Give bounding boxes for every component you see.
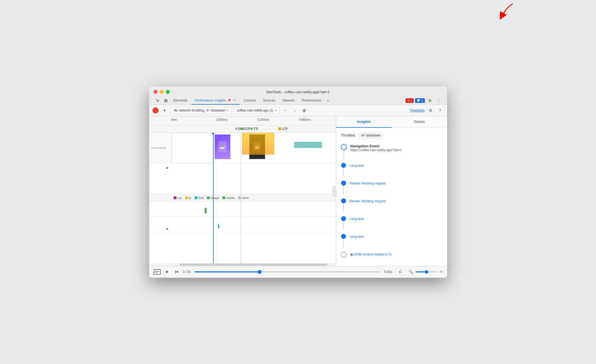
settings-gear-icon[interactable]: ⚙ — [427, 107, 434, 114]
longtask1-line — [343, 168, 344, 176]
time-ruler: 0ms 1,600ms 3,200ms 4,800ms — [149, 116, 336, 125]
throttle-badge: 4× slowdown — [358, 132, 384, 138]
clear-icon[interactable]: 🗑 — [301, 107, 308, 114]
render1-node — [341, 181, 346, 194]
tab-insights[interactable]: Insights — [336, 116, 392, 128]
maximize-button[interactable] — [166, 90, 170, 94]
more-options-icon[interactable]: ⋮ — [435, 97, 443, 105]
longtask2-circle — [341, 216, 346, 221]
tab-performance-label: Performance — [302, 98, 321, 102]
dom-link[interactable]: DOM content loaded 0.7s — [354, 252, 392, 256]
record-dropdown-icon[interactable]: ▾ — [161, 107, 169, 114]
render2-link[interactable]: Render blocking request — [350, 199, 386, 203]
render1-link[interactable]: Render blocking request — [350, 181, 386, 185]
close-button[interactable] — [154, 90, 157, 94]
expand-arrow-1[interactable]: ▶ — [166, 166, 169, 169]
font-color — [195, 196, 197, 199]
screenshot-thumb-1[interactable]: ☕ — [214, 134, 231, 159]
chevron-down-icon: ▾ — [227, 109, 229, 112]
network-row-2 — [149, 217, 336, 232]
target-label: coffee-cart.netlify.app (1) — [237, 108, 274, 112]
tab-elements[interactable]: Elements — [170, 97, 191, 105]
screenshot-track: Screenshots ☕ — [149, 133, 336, 163]
screenshot-track-label: Screenshots — [149, 133, 171, 163]
longtask1-link[interactable]: Long task — [350, 164, 364, 168]
legend-image-label: image — [211, 196, 219, 199]
help-icon[interactable]: ? — [437, 107, 444, 114]
panel-toggle[interactable]: › — [332, 186, 336, 196]
legend-css-label: css — [177, 196, 182, 199]
lcp-block — [242, 133, 274, 155]
longtask2-link[interactable]: Long task — [350, 217, 364, 221]
tab-sources[interactable]: Sources — [260, 97, 279, 105]
tab-network[interactable]: Network — [279, 97, 298, 105]
image-color — [207, 196, 210, 199]
upload-icon[interactable]: ↑ — [282, 107, 289, 114]
zoom-in-icon[interactable]: + — [440, 269, 442, 274]
tab-performance-insights[interactable]: Performance insights 📌 ✕ — [191, 97, 240, 105]
traffic-lights — [154, 90, 170, 94]
minimize-button[interactable] — [160, 90, 164, 94]
legend-css: css — [174, 196, 182, 199]
play-button[interactable] — [164, 269, 170, 275]
tab-console[interactable]: Console — [240, 97, 259, 105]
h-scrollbar-thumb[interactable] — [179, 264, 327, 266]
tab-close-icon[interactable]: ✕ — [232, 98, 236, 102]
target-dropdown[interactable]: coffee-cart.netlify.app (1) ▾ — [234, 107, 280, 114]
render1-circle — [341, 181, 346, 186]
tab-elements-label: Elements — [174, 98, 187, 102]
tab-performance[interactable]: Performance — [299, 97, 324, 105]
js-color — [185, 196, 188, 199]
playhead-marker — [213, 133, 214, 263]
cursor-icon[interactable] — [154, 97, 161, 105]
legend-media: media — [222, 196, 235, 199]
fcp-marker: FCP — [241, 127, 251, 130]
expand-arrow-2[interactable]: ▶ — [166, 227, 169, 230]
download-icon[interactable]: ↓ — [291, 107, 299, 114]
zoom-thumb[interactable] — [425, 270, 428, 274]
playhead-slider[interactable] — [194, 271, 381, 272]
milestone-bar: DCL FCP TTI LCP — [149, 125, 336, 133]
main-area: 0ms 1,600ms 3,200ms 4,800ms — [149, 116, 447, 266]
inspect-icon[interactable] — [162, 97, 170, 105]
feedback-link[interactable]: Feedback — [410, 108, 425, 112]
tab-details[interactable]: Details — [392, 116, 447, 128]
zoom-slider[interactable] — [415, 271, 438, 272]
tab-bar-left: Elements Performance insights 📌 ✕ Consol… — [154, 97, 331, 105]
zoom-out-icon[interactable]: 🔍 — [409, 270, 413, 274]
longtask3-link[interactable]: Long task — [350, 235, 364, 239]
dashed-line — [241, 133, 241, 263]
pin-icon: 📌 — [227, 98, 231, 102]
css-color — [174, 196, 176, 199]
tab-bar: Elements Performance insights 📌 ✕ Consol… — [154, 97, 443, 105]
svg-rect-3 — [166, 101, 167, 102]
speed-badge[interactable]: x1 — [395, 269, 405, 275]
dom-label: ◉ — [350, 252, 354, 256]
h-scrollbar[interactable] — [171, 263, 336, 266]
playhead-thumb[interactable] — [258, 270, 262, 274]
captions-icon[interactable] — [154, 269, 161, 275]
nav-circle — [341, 144, 347, 150]
time-marker-1600ms: 1,600ms — [216, 118, 227, 121]
record-button[interactable] — [152, 107, 159, 113]
throttle-dropdown[interactable]: No network throttling, 4× slowdown ▾ — [171, 107, 232, 114]
skip-to-start-button[interactable] — [174, 269, 180, 275]
time-marker-4800ms: 4,800ms — [299, 118, 311, 121]
longtask2-node — [341, 216, 346, 229]
more-tabs-icon[interactable]: » — [325, 97, 331, 104]
render2-line — [343, 203, 344, 212]
longtask1-text: Long task — [350, 163, 443, 168]
legend-js: js — [185, 196, 191, 199]
time-end: 5.93s — [384, 270, 392, 274]
time-marker-3200ms: 3,200ms — [257, 118, 269, 121]
insights-panel: Insights Details Throttled: 4× slowdown — [336, 116, 447, 266]
error-badge[interactable]: ✕ 1 — [405, 98, 414, 103]
settings-icon[interactable]: ⚙ — [426, 97, 434, 105]
longtask3-text: Long task — [350, 234, 443, 239]
nav-text: Navigation Event https://coffee-cart.net… — [350, 144, 443, 152]
tab-bar-right: ✕ 1 💬 1 ⚙ ⋮ — [405, 97, 442, 105]
tab-sources-label: Sources — [263, 98, 275, 102]
message-badge[interactable]: 💬 1 — [415, 98, 425, 103]
legend-js-label: js — [189, 196, 191, 199]
insight-item-dom: ◉ DOM content loaded 0.7s — [341, 252, 443, 258]
